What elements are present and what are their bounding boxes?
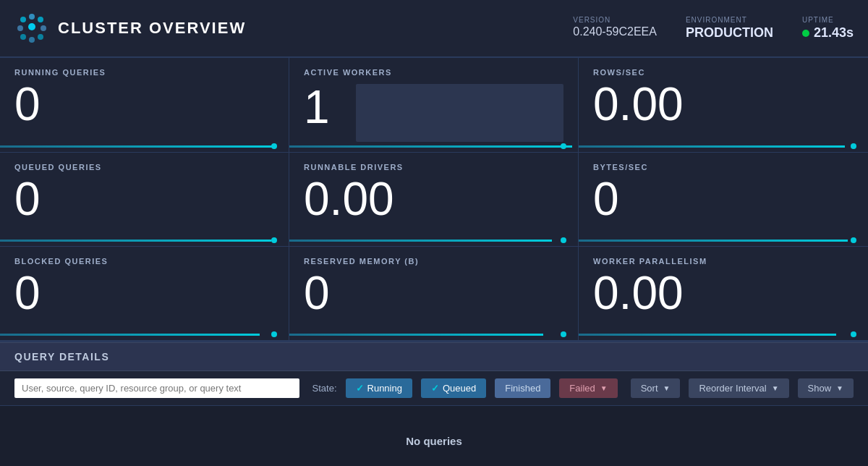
query-details-header: QUERY DETAILS: [0, 343, 868, 371]
failed-filter-button[interactable]: Failed ▼: [559, 378, 617, 398]
metric-dot: [271, 331, 277, 337]
metric-bar-fill: [579, 145, 845, 148]
metric-bar-fill: [0, 240, 271, 242]
metrics-grid: RUNNING QUERIES 0 ACTIVE WORKERS 1 ROWS/…: [0, 58, 868, 342]
show-button-label: Show: [808, 383, 832, 394]
svg-point-6: [20, 34, 26, 40]
queued-filter-button[interactable]: ✓ Queued: [421, 378, 486, 398]
header-logo: CLUSTER OVERVIEW: [14, 11, 573, 46]
metric-dot: [271, 143, 277, 149]
no-queries-area: No queries: [0, 406, 868, 466]
uptime-label: UPTIME: [802, 16, 854, 24]
reorder-caret-icon: ▼: [772, 384, 779, 392]
metric-bar-queued-queries: [0, 240, 289, 242]
metric-value-blocked-queries: 0: [14, 270, 274, 316]
running-check-icon: ✓: [356, 383, 364, 394]
metric-bar-fill: [0, 334, 260, 336]
sort-button[interactable]: Sort ▼: [631, 378, 681, 398]
metric-label-reserved-memory: RESERVED MEMORY (B): [304, 257, 563, 266]
queued-button-label: Queued: [443, 383, 476, 394]
metric-blocked-queries: BLOCKED QUERIES 0: [0, 247, 289, 341]
finished-filter-button[interactable]: Finished: [495, 378, 550, 398]
metric-bar-fill: [289, 145, 572, 148]
metric-bar-blocked-queries: [0, 334, 289, 336]
logo-icon: [14, 11, 49, 46]
metric-value-queued-queries: 0: [14, 176, 274, 222]
running-filter-button[interactable]: ✓ Running: [346, 378, 412, 398]
metric-bar-worker-parallelism: [579, 334, 868, 336]
metric-active-workers: ACTIVE WORKERS 1: [289, 58, 579, 153]
active-workers-content: 1: [304, 81, 563, 142]
finished-button-label: Finished: [505, 383, 540, 394]
query-controls: State: ✓ Running ✓ Queued Finished Faile…: [0, 371, 868, 406]
workers-bar-chart: [356, 84, 563, 142]
search-input[interactable]: [14, 378, 299, 398]
metric-reserved-memory: RESERVED MEMORY (B) 0: [289, 247, 579, 341]
uptime-status-dot: [802, 30, 809, 37]
metric-bar-runnable-drivers: [289, 240, 578, 242]
metric-dot: [271, 237, 277, 243]
metric-bar-fill: [0, 145, 274, 148]
uptime-time: 21.43s: [814, 25, 854, 41]
query-details-section: QUERY DETAILS State: ✓ Running ✓ Queued …: [0, 342, 868, 466]
metric-label-queued-queries: QUEUED QUERIES: [14, 163, 274, 171]
query-details-title: QUERY DETAILS: [14, 351, 109, 363]
svg-point-4: [28, 23, 35, 30]
metric-dot: [561, 143, 566, 149]
metric-label-active-workers: ACTIVE WORKERS: [304, 68, 563, 77]
failed-caret-icon: ▼: [600, 384, 608, 392]
sort-button-label: Sort: [641, 383, 658, 394]
metric-dot: [851, 237, 856, 243]
metric-bar-rows-sec: [579, 145, 868, 148]
metric-bar-reserved-memory: [289, 334, 578, 336]
version-group: VERSION 0.240-59C2EEA: [573, 16, 657, 38]
metric-value-active-workers: 1: [304, 84, 347, 130]
metric-dot: [851, 331, 856, 337]
svg-point-1: [29, 14, 35, 20]
metric-value-running-queries: 0: [14, 81, 274, 127]
metric-label-runnable-drivers: RUNNABLE DRIVERS: [304, 163, 563, 171]
svg-point-3: [17, 25, 23, 31]
metric-bar-fill: [579, 240, 848, 242]
queued-check-icon: ✓: [431, 383, 439, 394]
reorder-interval-button[interactable]: Reorder Interval ▼: [689, 378, 788, 398]
show-caret-icon: ▼: [836, 384, 843, 392]
metric-value-reserved-memory: 0: [304, 270, 563, 316]
no-queries-text: No queries: [406, 435, 462, 447]
environment-group: ENVIRONMENT PRODUCTION: [686, 16, 773, 41]
header: CLUSTER OVERVIEW VERSION 0.240-59C2EEA E…: [0, 0, 868, 58]
svg-point-8: [38, 34, 43, 40]
show-button[interactable]: Show ▼: [798, 378, 854, 398]
reorder-button-label: Reorder Interval: [699, 383, 766, 394]
metric-bytes-sec: BYTES/SEC 0: [579, 153, 868, 247]
svg-point-5: [41, 25, 46, 31]
metric-dot: [561, 331, 566, 337]
metric-bar-fill: [289, 334, 543, 336]
metric-running-queries: RUNNING QUERIES 0: [0, 58, 289, 153]
page-title: CLUSTER OVERVIEW: [58, 19, 246, 38]
metric-worker-parallelism: WORKER PARALLELISM 0.00: [579, 247, 868, 341]
metric-label-rows-sec: ROWS/SEC: [593, 68, 854, 77]
metric-runnable-drivers: RUNNABLE DRIVERS 0.00: [289, 153, 579, 247]
version-value: 0.240-59C2EEA: [573, 25, 657, 38]
environment-value: PRODUCTION: [686, 25, 773, 41]
metric-bar-running-queries: [0, 145, 289, 148]
version-label: VERSION: [573, 16, 657, 24]
metric-queued-queries: QUEUED QUERIES 0: [0, 153, 289, 247]
metric-value-runnable-drivers: 0.00: [304, 176, 563, 222]
metric-bar-fill: [289, 240, 552, 242]
metric-label-blocked-queries: BLOCKED QUERIES: [14, 257, 274, 266]
metric-value-worker-parallelism: 0.00: [593, 270, 854, 316]
failed-button-label: Failed: [569, 383, 595, 394]
metric-label-running-queries: RUNNING QUERIES: [14, 68, 274, 77]
metric-bar-bytes-sec: [579, 240, 868, 242]
metric-dot: [851, 143, 856, 149]
metric-rows-sec: ROWS/SEC 0.00: [579, 58, 868, 153]
metric-dot: [561, 237, 566, 243]
environment-label: ENVIRONMENT: [686, 16, 773, 24]
uptime-group: UPTIME 21.43s: [802, 16, 854, 41]
metric-label-worker-parallelism: WORKER PARALLELISM: [593, 257, 854, 266]
metric-value-rows-sec: 0.00: [593, 81, 854, 127]
metric-label-bytes-sec: BYTES/SEC: [593, 163, 854, 171]
svg-point-7: [29, 37, 35, 43]
